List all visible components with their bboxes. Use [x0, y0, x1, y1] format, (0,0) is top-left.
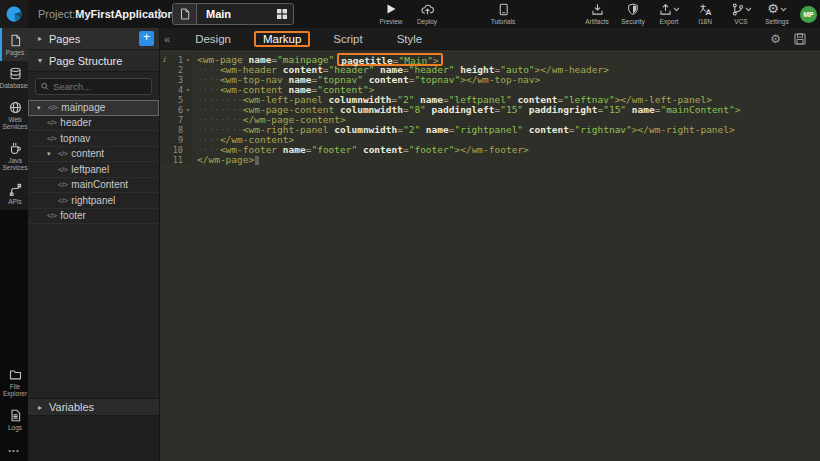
- pages-panel-header[interactable]: ▸ Pages +: [28, 28, 159, 50]
- variables-section[interactable]: ▸ Variables: [28, 398, 159, 416]
- sidebar-item-databases[interactable]: Databases: [0, 61, 28, 94]
- tree-item-content[interactable]: ▾</>content: [28, 147, 159, 163]
- gutter: 2: [160, 65, 192, 75]
- attr-value: "2": [403, 124, 420, 135]
- tab-design[interactable]: Design: [187, 31, 239, 47]
- gutter: 3: [160, 75, 192, 85]
- topbar-action-export[interactable]: Export: [656, 2, 682, 25]
- tag-token: </wm-page>: [197, 154, 254, 165]
- chevron-down-icon: [673, 7, 680, 12]
- search-input[interactable]: [53, 81, 146, 92]
- sidebar-item-logs[interactable]: Logs: [0, 403, 28, 436]
- line-number: 8: [168, 125, 184, 135]
- folder-icon: [9, 368, 22, 381]
- tree-item-label: topnav: [60, 133, 90, 144]
- markup-code-editor[interactable]: i1▾<wm-page name="mainpage"pagetitle="Ma…: [160, 50, 820, 461]
- shield-icon: [627, 2, 639, 16]
- line-number: 10: [168, 145, 184, 155]
- project-breadcrumb: Project:MyFirstApplication: [38, 0, 174, 28]
- topbar-action-i18n[interactable]: AI18N: [692, 2, 718, 25]
- tag-token: ></wm-top-nav>: [460, 74, 540, 85]
- more-menu-button[interactable]: •••: [0, 438, 28, 461]
- layout-grid-icon[interactable]: [277, 9, 287, 19]
- info-annotation-icon: i: [160, 55, 168, 65]
- line-number: 4: [168, 85, 184, 95]
- sidebar-item-web-services[interactable]: Web Services: [0, 95, 28, 136]
- topbar-action-settings[interactable]: ⚙Settings: [764, 2, 790, 25]
- topbar-action-label: VCS: [734, 18, 747, 25]
- page-structure-header[interactable]: ▾ Page Structure: [28, 50, 159, 72]
- gutter: 11: [160, 155, 192, 165]
- tree-item-header[interactable]: </>header: [28, 116, 159, 132]
- chevron-down-icon: [780, 7, 787, 12]
- tree-item-mainpage[interactable]: ▾</>mainpage: [28, 100, 159, 116]
- attr-value: "footer": [311, 144, 357, 155]
- open-page-tab[interactable]: Main: [172, 3, 294, 25]
- topbar-action-preview[interactable]: Preview: [378, 2, 404, 25]
- download-tray-icon: [591, 2, 604, 16]
- code-text: </wm-page>: [197, 155, 259, 165]
- tree-item-label: mainpage: [61, 102, 105, 113]
- editor-actions: ⚙: [770, 33, 806, 45]
- chevron-down-icon[interactable]: ▾: [47, 150, 58, 158]
- topbar-action-vcs[interactable]: VCS: [728, 2, 754, 25]
- fold-toggle-icon[interactable]: ▾: [184, 85, 192, 95]
- coffee-icon: [9, 142, 22, 155]
- database-icon: [9, 67, 22, 80]
- api-icon: [9, 183, 22, 196]
- tab-script[interactable]: Script: [325, 31, 370, 47]
- tree-item-topnav[interactable]: </>topnav: [28, 131, 159, 147]
- code-line-10[interactable]: 10····<wm-footer name="footer" content="…: [160, 145, 820, 155]
- attr-value: "footer": [409, 144, 455, 155]
- topbar-action-artifacts[interactable]: Artifacts: [584, 2, 610, 25]
- sidebar-item-label: Logs: [8, 424, 22, 431]
- collapse-panel-button[interactable]: «: [164, 33, 170, 45]
- attr-name: name: [420, 124, 449, 135]
- topbar-action-tutorials[interactable]: Tutorials: [490, 2, 516, 25]
- tree-item-maincontent[interactable]: </>mainContent: [28, 178, 159, 194]
- sidebar-item-java-services[interactable]: Java Services: [0, 136, 28, 177]
- wavemaker-logo[interactable]: [0, 0, 28, 28]
- add-page-button[interactable]: +: [139, 31, 154, 46]
- fold-toggle-icon[interactable]: ▾: [184, 55, 192, 65]
- line-number: 1: [168, 55, 184, 65]
- attr-name: columnwidth: [329, 124, 398, 135]
- sidebar-item-apis[interactable]: APIs: [0, 177, 28, 210]
- tree-item-rightpanel[interactable]: </>rightpanel: [28, 193, 159, 209]
- attr-value: "8": [409, 104, 426, 115]
- tab-style[interactable]: Style: [389, 31, 431, 47]
- tree-item-leftpanel[interactable]: </>leftpanel: [28, 162, 159, 178]
- attr-value: "15": [603, 104, 626, 115]
- search-box: [35, 78, 152, 95]
- attr-name: paddingright: [523, 104, 597, 115]
- editor-settings-icon[interactable]: ⚙: [770, 33, 781, 45]
- sidebar-item-file-explorer[interactable]: File Explorer: [0, 362, 28, 403]
- pages-panel-title: Pages: [49, 33, 139, 45]
- topbar-action-security[interactable]: Security: [620, 2, 646, 25]
- code-line-11[interactable]: 11</wm-page>: [160, 155, 820, 165]
- chevron-right-icon: ▸: [38, 34, 42, 43]
- fold-toggle-icon[interactable]: ▾: [184, 105, 192, 115]
- tree-item-footer[interactable]: </>footer: [28, 209, 159, 225]
- page-tab-title: Main: [197, 8, 277, 20]
- sidebar-item-pages[interactable]: Pages: [0, 28, 28, 61]
- topbar-action-label: Settings: [765, 18, 789, 25]
- topbar-action-label: Artifacts: [585, 18, 608, 25]
- chevron-down-icon[interactable]: ▾: [37, 104, 48, 112]
- svg-text:A: A: [705, 7, 711, 15]
- chevron-down-icon: ▾: [38, 56, 42, 65]
- topbar-action-deploy[interactable]: Deploy: [414, 2, 440, 25]
- tab-markup[interactable]: Markup: [254, 31, 310, 47]
- page-file-icon: [173, 4, 197, 24]
- tree-item-label: mainContent: [71, 179, 128, 190]
- export-icon: [659, 2, 680, 16]
- widget-code-icon: </>: [58, 165, 67, 174]
- save-icon[interactable]: [794, 33, 806, 45]
- user-avatar[interactable]: MP: [800, 6, 817, 23]
- left-nav-rail: PagesDatabasesWeb ServicesJava ServicesA…: [0, 28, 28, 461]
- attr-name: name: [626, 104, 655, 115]
- tutorials-icon: [497, 2, 510, 16]
- sidebar-item-label: Web Services: [2, 116, 28, 131]
- sidebar-item-label: Pages: [6, 49, 24, 56]
- line-number: 11: [168, 155, 184, 165]
